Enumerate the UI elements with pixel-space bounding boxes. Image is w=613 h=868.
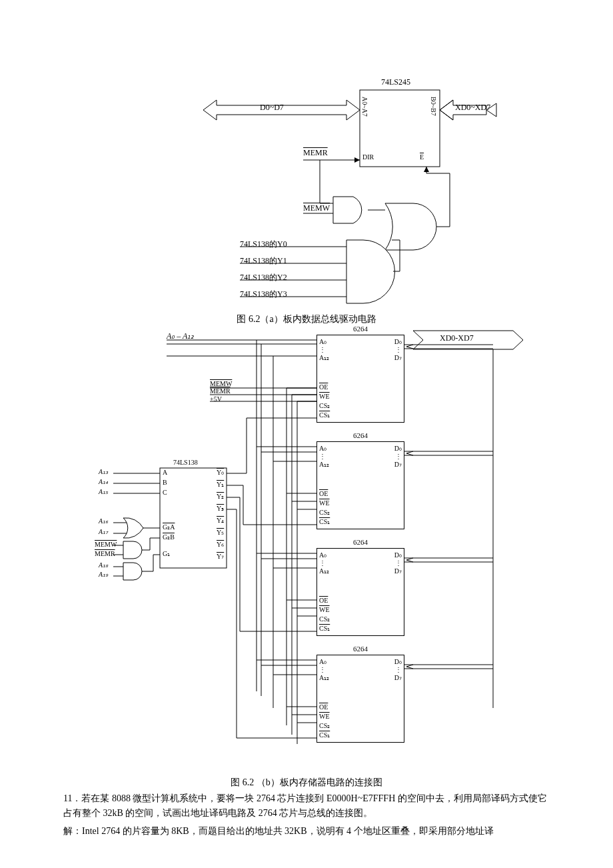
svg-marker-11 (424, 167, 429, 172)
port-b: B0~B7 (430, 97, 437, 116)
problem-number: 11． (63, 793, 81, 803)
diagram-a: 74LS245 A0~A7 B0~B7 DIR E D0~D7 XD0~XD7 … (133, 73, 480, 307)
diagram-b: A₀ – A₁₂ XD0-XD7 MEMW MEMR +5V 74LS138 A… (87, 328, 526, 771)
y3-label: 74LS138的Y3 (240, 289, 287, 300)
diagram-b-conn (87, 328, 526, 771)
chip-label: 74LS245 (381, 77, 410, 87)
y2-label: 74LS138的Y2 (240, 272, 287, 283)
diagram-a-svg (133, 73, 480, 307)
problem-text: 11．若在某 8088 微型计算机系统中，要将一块 2764 芯片连接到 E00… (63, 791, 550, 821)
bus-right: XD0~XD7 (455, 103, 490, 113)
solution-body: Intel 2764 的片容量为 8KB，而题目给出的地址共 32KB，说明有 … (82, 826, 494, 836)
svg-marker-2 (354, 157, 360, 163)
y1-label: 74LS138的Y1 (240, 255, 287, 267)
caption-b: 图 6.2 （b）板内存储器电路的连接图 (63, 777, 550, 789)
bus-left: D0~D7 (260, 103, 284, 113)
problem-body: 若在某 8088 微型计算机系统中，要将一块 2764 芯片连接到 E0000H… (63, 793, 547, 818)
solution-text: 解：Intel 2764 的片容量为 8KB，而题目给出的地址共 32KB，说明… (63, 824, 550, 839)
caption-a: 图 6.2（a）板内数据总线驱动电路 (63, 313, 550, 325)
port-a: A0~A7 (361, 97, 368, 117)
solution-prefix: 解： (63, 826, 82, 836)
memr-label: MEMR (303, 148, 328, 158)
y0-label: 74LS138的Y0 (240, 239, 287, 250)
pin-e: E (420, 153, 424, 161)
memw-label: MEMW (303, 203, 330, 213)
pin-dir: DIR (362, 153, 374, 161)
